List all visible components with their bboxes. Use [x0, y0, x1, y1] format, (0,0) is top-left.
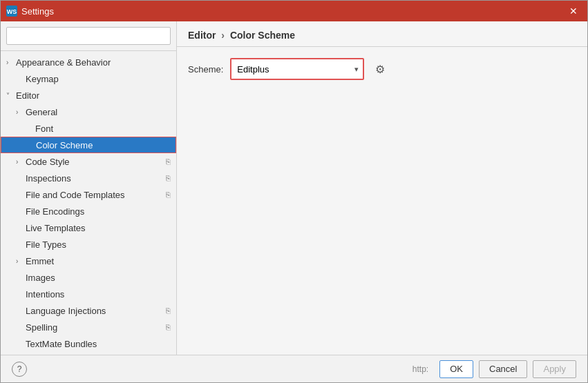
sidebar-item-label: File and Code Templates	[26, 190, 163, 200]
sidebar-item-label: Color Scheme	[36, 140, 170, 150]
copy-icon: ⎘	[166, 190, 171, 199]
sidebar-item-label: Appearance & Behavior	[16, 57, 171, 68]
sidebar-item-label: File Encodings	[26, 206, 171, 217]
sidebar-item-label: Code Style	[26, 157, 163, 167]
gear-button[interactable]: ⚙	[371, 60, 389, 78]
breadcrumb-sep: ›	[221, 30, 225, 41]
sidebar-item-file-encodings[interactable]: File Encodings	[1, 203, 176, 219]
copy-icon: ⎘	[166, 174, 171, 182]
sidebar-item-label: Images	[26, 273, 171, 283]
scheme-select-wrapper: Default Darcula Editplus High contrast M…	[230, 58, 364, 80]
content-header: Editor › Color Scheme	[177, 21, 587, 47]
breadcrumb: Editor › Color Scheme	[188, 30, 295, 41]
help-label: ?	[17, 364, 22, 374]
arrow-icon: ›	[16, 158, 26, 166]
content-body: Scheme: Default Darcula Editplus High co…	[177, 47, 587, 355]
sidebar-item-language-injections[interactable]: Language Injections ⎘	[1, 302, 176, 319]
sidebar-item-intentions[interactable]: Intentions	[1, 286, 176, 302]
sidebar-item-live-templates[interactable]: Live Templates	[1, 219, 176, 236]
footer-left: ?	[12, 362, 407, 377]
sidebar: › Appearance & Behavior Keymap ˅ Editor …	[1, 21, 177, 355]
sidebar-item-textmate-bundles[interactable]: TextMate Bundles	[1, 335, 176, 352]
sidebar-item-label: Emmet	[26, 256, 171, 266]
scheme-select[interactable]: Default Darcula Editplus High contrast M…	[231, 59, 363, 79]
sidebar-item-label: File Types	[26, 239, 171, 250]
sidebar-item-label: Font	[35, 124, 171, 134]
settings-window: WS Settings ✕ › Appearance & Behavior Ke…	[0, 0, 588, 383]
help-button[interactable]: ?	[12, 362, 27, 377]
title-bar: WS Settings ✕	[1, 1, 587, 21]
window-title: Settings	[21, 6, 565, 17]
sidebar-item-label: Inspections	[26, 173, 163, 184]
sidebar-item-label: Language Injections	[26, 306, 163, 316]
sidebar-item-label: Editor	[16, 90, 171, 101]
sidebar-item-font[interactable]: Font	[1, 120, 176, 137]
search-input[interactable]	[6, 27, 171, 45]
arrow-icon: ›	[16, 108, 26, 116]
sidebar-item-label: Keymap	[26, 74, 171, 84]
breadcrumb-part1: Editor	[188, 30, 216, 41]
sidebar-item-label: Spelling	[26, 322, 163, 333]
nav-list: › Appearance & Behavior Keymap ˅ Editor …	[1, 51, 176, 355]
sidebar-item-label: Intentions	[26, 289, 171, 299]
gear-icon: ⚙	[375, 63, 385, 76]
footer: ? http: OK Cancel Apply	[1, 355, 587, 382]
copy-icon: ⎘	[166, 323, 171, 331]
scheme-row: Scheme: Default Darcula Editplus High co…	[188, 58, 576, 80]
copy-icon: ⎘	[166, 157, 171, 166]
copy-icon: ⎘	[166, 306, 171, 315]
sidebar-item-appearance-behavior[interactable]: › Appearance & Behavior	[1, 54, 176, 70]
ok-button[interactable]: OK	[439, 360, 473, 378]
sidebar-item-color-scheme[interactable]: Color Scheme	[1, 137, 176, 153]
breadcrumb-part2: Color Scheme	[230, 30, 295, 41]
app-icon: WS	[6, 6, 17, 17]
sidebar-item-spelling[interactable]: Spelling ⎘	[1, 319, 176, 335]
sidebar-item-label: Live Templates	[26, 223, 171, 233]
search-box	[1, 21, 176, 51]
footer-url: http:	[412, 364, 428, 374]
sidebar-item-editor[interactable]: ˅ Editor	[1, 87, 176, 104]
sidebar-item-general[interactable]: › General	[1, 104, 176, 120]
sidebar-item-emmet[interactable]: › Emmet	[1, 253, 176, 269]
arrow-icon: ›	[16, 257, 26, 265]
sidebar-item-file-and-code-templates[interactable]: File and Code Templates ⎘	[1, 186, 176, 203]
sidebar-item-label: General	[26, 107, 171, 117]
sidebar-item-label: TextMate Bundles	[26, 339, 171, 349]
arrow-icon: ›	[6, 59, 16, 66]
close-button[interactable]: ✕	[565, 3, 582, 19]
apply-button[interactable]: Apply	[533, 360, 576, 378]
window-body: › Appearance & Behavior Keymap ˅ Editor …	[1, 21, 587, 355]
sidebar-item-images[interactable]: Images	[1, 269, 176, 286]
sidebar-item-keymap[interactable]: Keymap	[1, 70, 176, 87]
sidebar-item-code-style[interactable]: › Code Style ⎘	[1, 153, 176, 170]
cancel-button[interactable]: Cancel	[479, 360, 527, 378]
arrow-icon: ˅	[6, 92, 16, 99]
sidebar-item-inspections[interactable]: Inspections ⎘	[1, 170, 176, 186]
scheme-label: Scheme:	[188, 64, 223, 75]
svg-text:WS: WS	[7, 8, 17, 15]
sidebar-item-file-types[interactable]: File Types	[1, 236, 176, 253]
main-content: Editor › Color Scheme Scheme: Default Da…	[177, 21, 587, 355]
